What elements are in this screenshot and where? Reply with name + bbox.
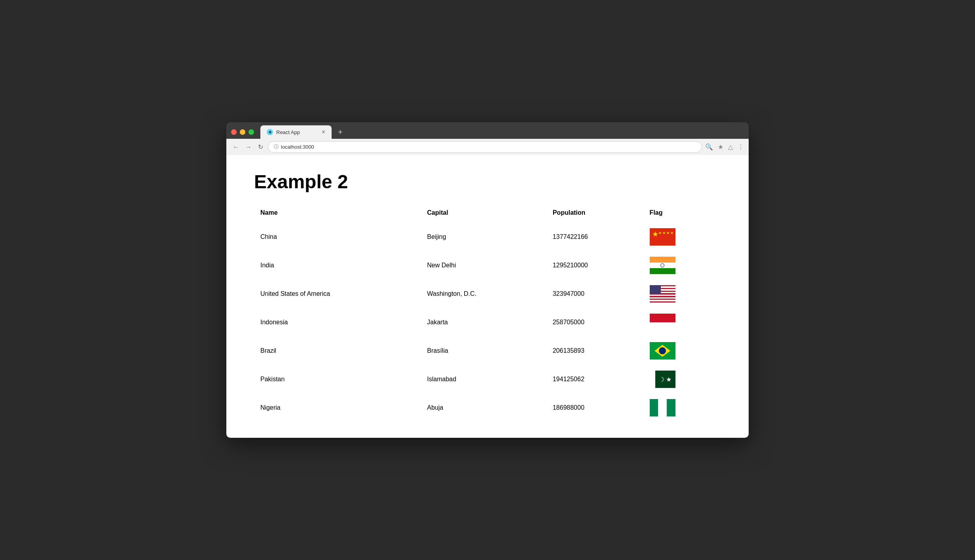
country-population: 258705000 bbox=[546, 308, 643, 337]
country-flag: ☽ ★ bbox=[643, 365, 721, 394]
country-name: China bbox=[254, 223, 421, 251]
flag-china bbox=[650, 228, 675, 246]
forward-button[interactable]: → bbox=[244, 142, 253, 152]
country-name: India bbox=[254, 251, 421, 280]
country-population: 186988000 bbox=[546, 394, 643, 422]
maximize-button[interactable] bbox=[248, 129, 254, 135]
country-capital: Beijing bbox=[421, 223, 546, 251]
table-row: India New Delhi 1295210000 bbox=[254, 251, 721, 280]
country-population: 323947000 bbox=[546, 280, 643, 308]
url-display: localhost:3000 bbox=[281, 144, 314, 150]
table-row: Indonesia Jakarta 258705000 bbox=[254, 308, 721, 337]
country-flag bbox=[643, 308, 721, 337]
country-capital: New Delhi bbox=[421, 251, 546, 280]
table-row: Nigeria Abuja 186988000 bbox=[254, 394, 721, 422]
col-header-name: Name bbox=[254, 204, 421, 223]
country-flag bbox=[643, 280, 721, 308]
security-icon: ⓘ bbox=[274, 144, 279, 150]
table-row: United States of America Washington, D.C… bbox=[254, 280, 721, 308]
country-capital: Jakarta bbox=[421, 308, 546, 337]
country-flag bbox=[643, 251, 721, 280]
tab-title: React App bbox=[276, 129, 300, 135]
reload-button[interactable]: ↻ bbox=[256, 142, 265, 152]
traffic-lights bbox=[231, 129, 254, 135]
col-header-capital: Capital bbox=[421, 204, 546, 223]
tab-close-icon[interactable]: × bbox=[322, 129, 325, 136]
country-capital: Abuja bbox=[421, 394, 546, 422]
menu-icon[interactable]: ⋮ bbox=[738, 143, 744, 151]
country-population: 1377422166 bbox=[546, 223, 643, 251]
flag-india bbox=[650, 257, 675, 274]
country-flag bbox=[643, 223, 721, 251]
minimize-button[interactable] bbox=[240, 129, 245, 135]
col-header-population: Population bbox=[546, 204, 643, 223]
country-name: Indonesia bbox=[254, 308, 421, 337]
flag-nigeria bbox=[650, 399, 675, 416]
close-button[interactable] bbox=[231, 129, 237, 135]
back-button[interactable]: ← bbox=[231, 142, 241, 152]
flag-indonesia bbox=[650, 314, 675, 331]
country-population: 194125062 bbox=[546, 365, 643, 394]
country-name: Nigeria bbox=[254, 394, 421, 422]
table-row: China Beijing 1377422166 bbox=[254, 223, 721, 251]
table-row: Pakistan Islamabad 194125062 ☽ ★ bbox=[254, 365, 721, 394]
tab-favicon-icon: ⚛ bbox=[267, 129, 273, 135]
page-title: Example 2 bbox=[254, 171, 721, 193]
country-capital: Washington, D.C. bbox=[421, 280, 546, 308]
browser-toolbar-icons: 🔍 ★ △ ⋮ bbox=[705, 143, 744, 151]
bookmark-icon[interactable]: ★ bbox=[718, 143, 723, 151]
country-capital: Islamabad bbox=[421, 365, 546, 394]
country-flag bbox=[643, 394, 721, 422]
flag-brazil bbox=[650, 342, 675, 359]
country-population: 1295210000 bbox=[546, 251, 643, 280]
country-name: Pakistan bbox=[254, 365, 421, 394]
address-bar-row: ← → ↻ ⓘ localhost:3000 🔍 ★ △ ⋮ bbox=[226, 139, 749, 155]
table-header-row: Name Capital Population Flag bbox=[254, 204, 721, 223]
country-capital: Brasília bbox=[421, 337, 546, 365]
countries-table: Name Capital Population Flag China Beiji… bbox=[254, 204, 721, 422]
new-tab-button[interactable]: + bbox=[335, 126, 346, 138]
browser-window: ⚛ React App × + ← → ↻ ⓘ localhost:3000 🔍… bbox=[226, 122, 749, 438]
country-name: Brazil bbox=[254, 337, 421, 365]
country-population: 206135893 bbox=[546, 337, 643, 365]
browser-chrome: ⚛ React App × + ← → ↻ ⓘ localhost:3000 🔍… bbox=[226, 122, 749, 155]
profile-icon[interactable]: △ bbox=[728, 143, 733, 151]
address-bar[interactable]: ⓘ localhost:3000 bbox=[268, 141, 702, 153]
browser-tab[interactable]: ⚛ React App × bbox=[260, 125, 332, 139]
flag-usa bbox=[650, 285, 675, 303]
browser-content: Example 2 Name Capital Population Flag C… bbox=[226, 155, 749, 438]
country-flag bbox=[643, 337, 721, 365]
tab-bar: ⚛ React App × + bbox=[226, 122, 749, 139]
col-header-flag: Flag bbox=[643, 204, 721, 223]
country-name: United States of America bbox=[254, 280, 421, 308]
table-row: Brazil Brasília 206135893 bbox=[254, 337, 721, 365]
flag-pakistan: ☽ ★ bbox=[650, 371, 675, 388]
search-icon[interactable]: 🔍 bbox=[705, 143, 713, 151]
